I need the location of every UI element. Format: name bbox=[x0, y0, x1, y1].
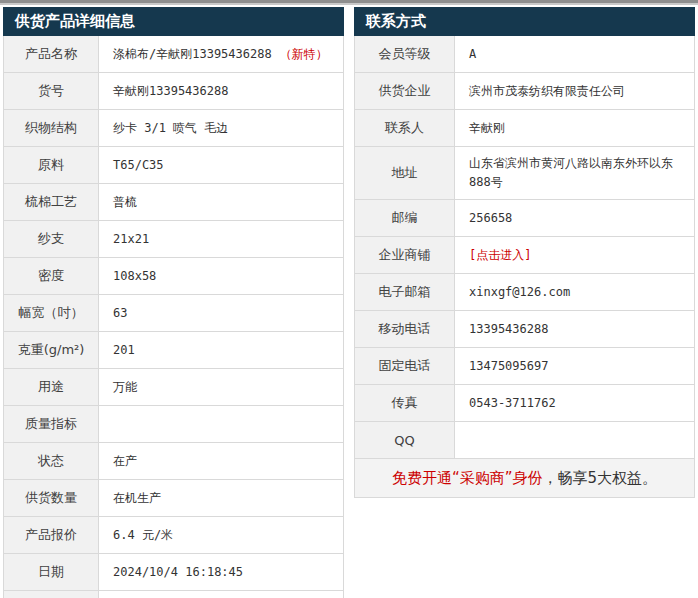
row-label: 会员等级 bbox=[355, 36, 455, 72]
row-label: 质量指标 bbox=[4, 406, 99, 442]
row-value: 21x21 bbox=[99, 221, 343, 257]
row-supplier-company: 供货企业 滨州市茂泰纺织有限责任公司 bbox=[354, 73, 695, 110]
row-label: 梳棉工艺 bbox=[4, 184, 99, 220]
row-qq: QQ bbox=[354, 422, 695, 459]
row-date: 日期 2024/10/4 16:18:45 bbox=[3, 554, 344, 591]
row-label: 日期 bbox=[4, 554, 99, 590]
row-label: 地址 bbox=[355, 147, 455, 199]
row-value: 13475095697 bbox=[455, 348, 694, 384]
row-label: 密度 bbox=[4, 258, 99, 294]
row-value: 涤棉布/辛献刚13395436288（新特） bbox=[99, 36, 343, 72]
row-label: 产品名称 bbox=[4, 36, 99, 72]
row-label: 用途 bbox=[4, 369, 99, 405]
row-postal-code: 邮编 256658 bbox=[354, 200, 695, 237]
row-label: 货号 bbox=[4, 73, 99, 109]
row-value bbox=[99, 591, 343, 598]
row-value: 201 bbox=[99, 332, 343, 368]
row-value: 普梳 bbox=[99, 184, 343, 220]
row-company-shop: 企业商铺 [点击进入] bbox=[354, 237, 695, 274]
row-value: T65/C35 bbox=[99, 147, 343, 183]
row-label: 幅宽（吋） bbox=[4, 295, 99, 331]
shop-enter-link[interactable]: [点击进入] bbox=[469, 247, 531, 264]
row-status: 状态 在产 bbox=[3, 443, 344, 480]
row-product-name: 产品名称 涤棉布/辛献刚13395436288（新特） bbox=[3, 36, 344, 73]
row-mobile-phone: 移动电话 13395436288 bbox=[354, 311, 695, 348]
row-label: 织物结构 bbox=[4, 110, 99, 146]
row-value: 滨州市茂泰纺织有限责任公司 bbox=[455, 73, 694, 109]
row-weight-gsm: 克重(g/m²) 201 bbox=[3, 332, 344, 369]
contact-info-title: 联系方式 bbox=[354, 7, 695, 36]
row-partial-cutoff bbox=[3, 591, 344, 598]
row-label: 传真 bbox=[355, 385, 455, 421]
row-landline-phone: 固定电话 13475095697 bbox=[354, 348, 695, 385]
row-member-level: 会员等级 A bbox=[354, 36, 695, 73]
top-divider-strip bbox=[0, 0, 698, 5]
product-details-table: 产品名称 涤棉布/辛献刚13395436288（新特） 货号 辛献刚133954… bbox=[3, 36, 344, 598]
row-fabric-structure: 织物结构 纱卡 3/1 喷气 毛边 bbox=[3, 110, 344, 147]
row-value: 2024/10/4 16:18:45 bbox=[99, 554, 343, 590]
row-supply-quantity: 供货数量 在机生产 bbox=[3, 480, 344, 517]
row-value: xinxgf@126.com bbox=[455, 274, 694, 310]
buyer-signup-promo: 免费开通“采购商”身份，畅享5大权益。 bbox=[354, 459, 695, 498]
address-text: 山东省滨州市黄河八路以南东外环以东888号 bbox=[469, 154, 680, 192]
buyer-signup-benefits-text: ，畅享5大权益。 bbox=[543, 469, 658, 488]
row-value: [点击进入] bbox=[455, 237, 694, 273]
row-value: 在产 bbox=[99, 443, 343, 479]
row-value: 辛献刚13395436288 bbox=[99, 73, 343, 109]
row-email: 电子邮箱 xinxgf@126.com bbox=[354, 274, 695, 311]
row-label: 克重(g/m²) bbox=[4, 332, 99, 368]
row-label: 固定电话 bbox=[355, 348, 455, 384]
row-fax: 传真 0543-3711762 bbox=[354, 385, 695, 422]
row-value: 256658 bbox=[455, 200, 694, 236]
row-label: QQ bbox=[355, 422, 455, 458]
row-quality-index: 质量指标 bbox=[3, 406, 344, 443]
row-usage: 用途 万能 bbox=[3, 369, 344, 406]
row-value: 6.4 元/米 bbox=[99, 517, 343, 553]
row-item-number: 货号 辛献刚13395436288 bbox=[3, 73, 344, 110]
row-label: 企业商铺 bbox=[355, 237, 455, 273]
contact-info-panel: 联系方式 会员等级 A 供货企业 滨州市茂泰纺织有限责任公司 联系人 辛献刚 地… bbox=[354, 7, 695, 498]
row-label: 供货数量 bbox=[4, 480, 99, 516]
row-label: 原料 bbox=[4, 147, 99, 183]
row-width-inch: 幅宽（吋） 63 bbox=[3, 295, 344, 332]
row-label: 产品报价 bbox=[4, 517, 99, 553]
row-value bbox=[455, 422, 694, 458]
row-yarn-count: 纱支 21x21 bbox=[3, 221, 344, 258]
new-special-badge: （新特） bbox=[280, 46, 328, 63]
row-label bbox=[4, 591, 99, 598]
row-value: 13395436288 bbox=[455, 311, 694, 347]
product-details-title: 供货产品详细信息 bbox=[3, 7, 344, 36]
row-combing-process: 梳棉工艺 普梳 bbox=[3, 184, 344, 221]
row-address: 地址 山东省滨州市黄河八路以南东外环以东888号 bbox=[354, 147, 695, 200]
row-contact-person: 联系人 辛献刚 bbox=[354, 110, 695, 147]
product-details-panel: 供货产品详细信息 产品名称 涤棉布/辛献刚13395436288（新特） 货号 … bbox=[3, 7, 344, 598]
product-name-text: 涤棉布/辛献刚13395436288 bbox=[113, 46, 272, 63]
row-value: 0543-3711762 bbox=[455, 385, 694, 421]
row-label: 纱支 bbox=[4, 221, 99, 257]
row-raw-material: 原料 T65/C35 bbox=[3, 147, 344, 184]
contact-info-table: 会员等级 A 供货企业 滨州市茂泰纺织有限责任公司 联系人 辛献刚 地址 山东省… bbox=[354, 36, 695, 498]
row-value: 纱卡 3/1 喷气 毛边 bbox=[99, 110, 343, 146]
buyer-signup-link[interactable]: 免费开通“采购商”身份 bbox=[392, 469, 543, 488]
row-value: A bbox=[455, 36, 694, 72]
row-product-quote: 产品报价 6.4 元/米 bbox=[3, 517, 344, 554]
row-value: 108x58 bbox=[99, 258, 343, 294]
row-label: 电子邮箱 bbox=[355, 274, 455, 310]
row-value: 63 bbox=[99, 295, 343, 331]
row-label: 供货企业 bbox=[355, 73, 455, 109]
row-density: 密度 108x58 bbox=[3, 258, 344, 295]
row-value: 辛献刚 bbox=[455, 110, 694, 146]
row-label: 移动电话 bbox=[355, 311, 455, 347]
row-value bbox=[99, 406, 343, 442]
row-label: 状态 bbox=[4, 443, 99, 479]
row-label: 联系人 bbox=[355, 110, 455, 146]
row-label: 邮编 bbox=[355, 200, 455, 236]
row-value: 山东省滨州市黄河八路以南东外环以东888号 bbox=[455, 147, 694, 199]
row-value: 万能 bbox=[99, 369, 343, 405]
row-value: 在机生产 bbox=[99, 480, 343, 516]
